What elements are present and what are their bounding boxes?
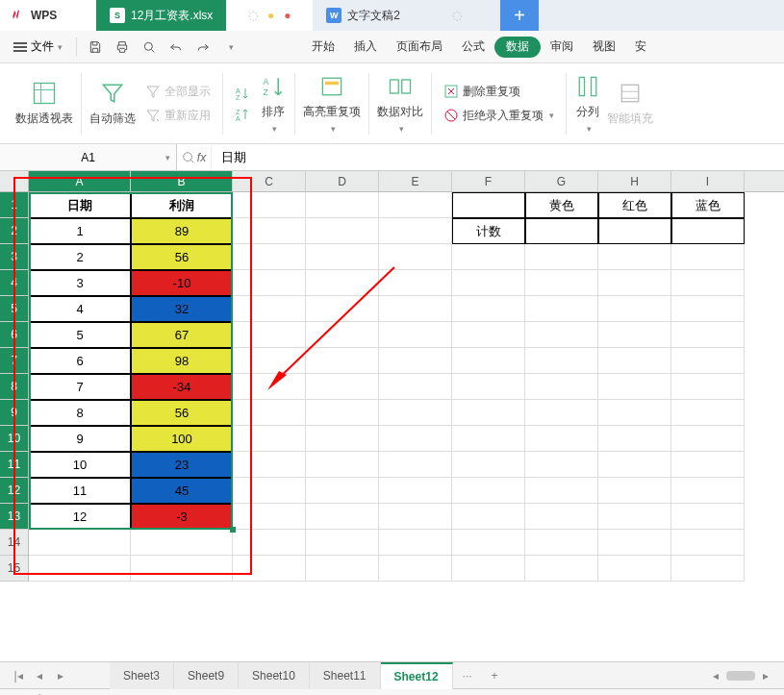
insert-function-button[interactable]: fx	[177, 144, 212, 170]
cell[interactable]	[233, 478, 306, 504]
cell[interactable]	[671, 478, 745, 504]
cell[interactable]: 11	[29, 478, 131, 504]
col-header[interactable]: C	[233, 171, 306, 191]
cell[interactable]	[233, 400, 306, 426]
cell[interactable]	[233, 348, 306, 374]
cell[interactable]	[306, 244, 379, 270]
sort-desc-button[interactable]: ZA	[231, 105, 254, 124]
file-menu[interactable]: 文件 ▾	[6, 38, 70, 55]
cell[interactable]	[452, 348, 525, 374]
cell[interactable]	[525, 296, 598, 322]
sheet-tab[interactable]: Sheet9	[174, 662, 239, 689]
reject-duplicates-button[interactable]: 拒绝录入重复项	[440, 106, 558, 126]
cell[interactable]	[379, 296, 452, 322]
cell[interactable]	[233, 296, 306, 322]
cell[interactable]	[452, 530, 525, 556]
cell[interactable]	[379, 270, 452, 296]
cell[interactable]	[379, 218, 452, 244]
cell[interactable]: 10	[29, 452, 131, 478]
cell[interactable]	[598, 322, 671, 348]
cell[interactable]: 红色	[598, 192, 671, 218]
redo-button[interactable]	[190, 35, 215, 60]
row-header[interactable]: 2	[0, 218, 28, 244]
cell[interactable]: 8	[29, 400, 131, 426]
cell[interactable]	[379, 556, 452, 582]
cell[interactable]	[379, 452, 452, 478]
autofilter-button[interactable]: 自动筛选	[89, 80, 136, 127]
tab-layout[interactable]: 页面布局	[387, 31, 452, 63]
row-header[interactable]: 13	[0, 504, 28, 530]
sheet-more-button[interactable]: ···	[453, 669, 482, 683]
cell[interactable]	[233, 504, 306, 530]
cell[interactable]	[452, 452, 525, 478]
row-header[interactable]: 7	[0, 348, 28, 374]
cell[interactable]	[233, 374, 306, 400]
cell[interactable]	[29, 556, 131, 582]
cell[interactable]: 6	[29, 348, 131, 374]
cell[interactable]	[598, 374, 671, 400]
cell[interactable]	[233, 556, 306, 582]
remove-duplicates-button[interactable]: 删除重复项	[440, 82, 558, 102]
cell[interactable]	[379, 530, 452, 556]
cell[interactable]	[525, 452, 598, 478]
cell[interactable]	[525, 270, 598, 296]
cell[interactable]	[525, 426, 598, 452]
cell[interactable]	[598, 348, 671, 374]
tab-safe[interactable]: 安	[625, 31, 656, 63]
cell[interactable]	[598, 504, 671, 530]
name-box-input[interactable]	[0, 151, 176, 164]
cell[interactable]	[671, 426, 745, 452]
cell[interactable]	[379, 504, 452, 530]
cell[interactable]: 利润	[131, 192, 233, 218]
row-header[interactable]: 8	[0, 374, 28, 400]
cell[interactable]	[452, 478, 525, 504]
save-button[interactable]	[83, 35, 108, 60]
tab-start[interactable]: 开始	[302, 31, 344, 63]
cell[interactable]: 67	[131, 322, 233, 348]
col-header[interactable]: I	[671, 171, 745, 191]
cell[interactable]	[598, 218, 671, 244]
cell[interactable]	[29, 530, 131, 556]
data-compare-button[interactable]: 数据对比	[377, 73, 423, 134]
row-header[interactable]: 3	[0, 244, 28, 270]
cell[interactable]: 5	[29, 322, 131, 348]
cell[interactable]	[671, 530, 745, 556]
col-header[interactable]: H	[598, 171, 671, 191]
cell[interactable]	[306, 192, 379, 218]
sort-asc-button[interactable]: AZ	[231, 84, 254, 103]
row-header[interactable]: 6	[0, 322, 28, 348]
chevron-down-icon[interactable]: ▾	[165, 153, 170, 162]
cell[interactable]	[671, 556, 745, 582]
doc-tab-spreadsheet[interactable]: S 12月工资表.xlsx	[96, 0, 226, 31]
cell[interactable]	[306, 530, 379, 556]
sheet-tab[interactable]: Sheet10	[239, 662, 310, 689]
cell[interactable]	[452, 400, 525, 426]
cell[interactable]	[233, 218, 306, 244]
cell[interactable]	[452, 192, 525, 218]
cell[interactable]: 计数	[452, 218, 525, 244]
fill-handle[interactable]	[230, 527, 236, 533]
cell[interactable]: 23	[131, 452, 233, 478]
cell[interactable]	[233, 192, 306, 218]
cell[interactable]	[233, 530, 306, 556]
name-box[interactable]: ▾	[0, 144, 177, 170]
cell[interactable]: 3	[29, 270, 131, 296]
cell[interactable]	[306, 556, 379, 582]
cell[interactable]	[379, 426, 452, 452]
cell[interactable]	[598, 426, 671, 452]
cell[interactable]	[131, 556, 233, 582]
cell[interactable]	[233, 426, 306, 452]
cell[interactable]	[379, 322, 452, 348]
cell[interactable]	[598, 296, 671, 322]
cell[interactable]	[671, 504, 745, 530]
cell[interactable]	[598, 530, 671, 556]
cell[interactable]	[452, 374, 525, 400]
cell[interactable]	[671, 322, 745, 348]
cell[interactable]	[525, 504, 598, 530]
cell[interactable]	[131, 530, 233, 556]
cell[interactable]	[379, 374, 452, 400]
cell[interactable]	[306, 348, 379, 374]
cell[interactable]	[525, 556, 598, 582]
cell[interactable]: -10	[131, 270, 233, 296]
hscroll-left[interactable]: ◂	[705, 669, 726, 683]
